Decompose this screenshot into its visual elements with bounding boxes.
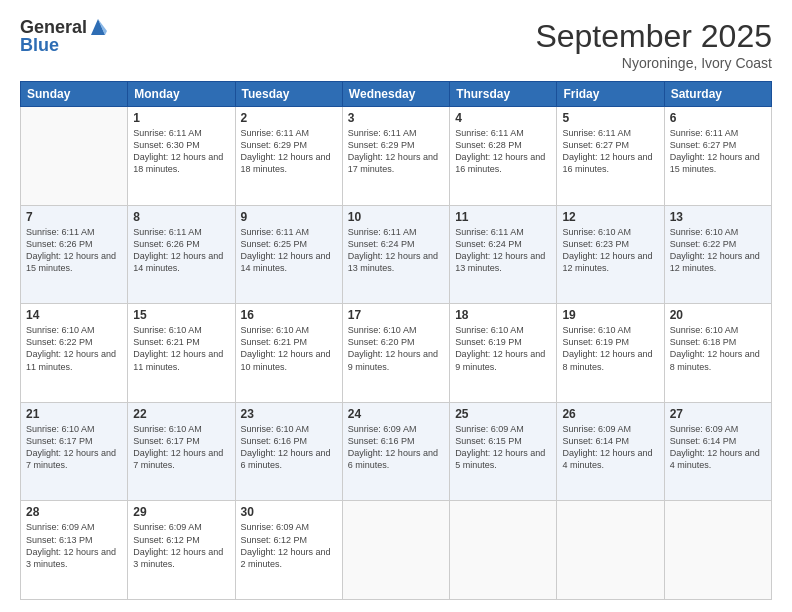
day-number: 28	[26, 505, 122, 519]
calendar-cell: 7Sunrise: 6:11 AMSunset: 6:26 PMDaylight…	[21, 205, 128, 304]
day-info: Sunrise: 6:10 AMSunset: 6:21 PMDaylight:…	[133, 324, 229, 373]
calendar-cell: 20Sunrise: 6:10 AMSunset: 6:18 PMDayligh…	[664, 304, 771, 403]
calendar-cell: 11Sunrise: 6:11 AMSunset: 6:24 PMDayligh…	[450, 205, 557, 304]
calendar-cell: 15Sunrise: 6:10 AMSunset: 6:21 PMDayligh…	[128, 304, 235, 403]
day-info: Sunrise: 6:11 AMSunset: 6:28 PMDaylight:…	[455, 127, 551, 176]
calendar-cell: 4Sunrise: 6:11 AMSunset: 6:28 PMDaylight…	[450, 107, 557, 206]
header: General Blue September 2025 Nyoroninge, …	[20, 18, 772, 71]
calendar-cell: 3Sunrise: 6:11 AMSunset: 6:29 PMDaylight…	[342, 107, 449, 206]
day-number: 5	[562, 111, 658, 125]
calendar-cell: 30Sunrise: 6:09 AMSunset: 6:12 PMDayligh…	[235, 501, 342, 600]
day-info: Sunrise: 6:09 AMSunset: 6:16 PMDaylight:…	[348, 423, 444, 472]
calendar-week-1: 1Sunrise: 6:11 AMSunset: 6:30 PMDaylight…	[21, 107, 772, 206]
calendar-week-5: 28Sunrise: 6:09 AMSunset: 6:13 PMDayligh…	[21, 501, 772, 600]
day-info: Sunrise: 6:09 AMSunset: 6:14 PMDaylight:…	[562, 423, 658, 472]
calendar-week-4: 21Sunrise: 6:10 AMSunset: 6:17 PMDayligh…	[21, 402, 772, 501]
day-info: Sunrise: 6:10 AMSunset: 6:22 PMDaylight:…	[26, 324, 122, 373]
calendar-cell: 28Sunrise: 6:09 AMSunset: 6:13 PMDayligh…	[21, 501, 128, 600]
day-info: Sunrise: 6:10 AMSunset: 6:18 PMDaylight:…	[670, 324, 766, 373]
day-info: Sunrise: 6:09 AMSunset: 6:15 PMDaylight:…	[455, 423, 551, 472]
calendar-cell	[557, 501, 664, 600]
day-info: Sunrise: 6:09 AMSunset: 6:12 PMDaylight:…	[241, 521, 337, 570]
calendar-cell: 8Sunrise: 6:11 AMSunset: 6:26 PMDaylight…	[128, 205, 235, 304]
calendar-cell: 9Sunrise: 6:11 AMSunset: 6:25 PMDaylight…	[235, 205, 342, 304]
weekday-header-friday: Friday	[557, 82, 664, 107]
day-info: Sunrise: 6:11 AMSunset: 6:25 PMDaylight:…	[241, 226, 337, 275]
day-number: 17	[348, 308, 444, 322]
weekday-header-sunday: Sunday	[21, 82, 128, 107]
calendar-cell: 6Sunrise: 6:11 AMSunset: 6:27 PMDaylight…	[664, 107, 771, 206]
day-number: 20	[670, 308, 766, 322]
calendar-cell: 18Sunrise: 6:10 AMSunset: 6:19 PMDayligh…	[450, 304, 557, 403]
calendar-cell: 1Sunrise: 6:11 AMSunset: 6:30 PMDaylight…	[128, 107, 235, 206]
calendar-cell: 5Sunrise: 6:11 AMSunset: 6:27 PMDaylight…	[557, 107, 664, 206]
logo: General Blue	[20, 18, 107, 56]
month-title: September 2025	[535, 18, 772, 55]
day-number: 19	[562, 308, 658, 322]
day-number: 24	[348, 407, 444, 421]
day-info: Sunrise: 6:11 AMSunset: 6:26 PMDaylight:…	[133, 226, 229, 275]
day-info: Sunrise: 6:10 AMSunset: 6:20 PMDaylight:…	[348, 324, 444, 373]
calendar-cell: 22Sunrise: 6:10 AMSunset: 6:17 PMDayligh…	[128, 402, 235, 501]
day-info: Sunrise: 6:11 AMSunset: 6:30 PMDaylight:…	[133, 127, 229, 176]
calendar-cell: 26Sunrise: 6:09 AMSunset: 6:14 PMDayligh…	[557, 402, 664, 501]
calendar-cell: 24Sunrise: 6:09 AMSunset: 6:16 PMDayligh…	[342, 402, 449, 501]
day-number: 22	[133, 407, 229, 421]
day-number: 11	[455, 210, 551, 224]
day-number: 9	[241, 210, 337, 224]
calendar-cell: 12Sunrise: 6:10 AMSunset: 6:23 PMDayligh…	[557, 205, 664, 304]
day-number: 10	[348, 210, 444, 224]
calendar-cell	[664, 501, 771, 600]
logo-icon	[89, 17, 107, 37]
day-info: Sunrise: 6:10 AMSunset: 6:19 PMDaylight:…	[562, 324, 658, 373]
calendar: SundayMondayTuesdayWednesdayThursdayFrid…	[20, 81, 772, 600]
day-number: 21	[26, 407, 122, 421]
day-info: Sunrise: 6:10 AMSunset: 6:16 PMDaylight:…	[241, 423, 337, 472]
day-number: 27	[670, 407, 766, 421]
day-info: Sunrise: 6:11 AMSunset: 6:24 PMDaylight:…	[455, 226, 551, 275]
day-info: Sunrise: 6:10 AMSunset: 6:19 PMDaylight:…	[455, 324, 551, 373]
day-info: Sunrise: 6:10 AMSunset: 6:22 PMDaylight:…	[670, 226, 766, 275]
day-number: 6	[670, 111, 766, 125]
title-block: September 2025 Nyoroninge, Ivory Coast	[535, 18, 772, 71]
calendar-cell: 17Sunrise: 6:10 AMSunset: 6:20 PMDayligh…	[342, 304, 449, 403]
calendar-cell: 2Sunrise: 6:11 AMSunset: 6:29 PMDaylight…	[235, 107, 342, 206]
calendar-cell	[450, 501, 557, 600]
day-number: 3	[348, 111, 444, 125]
calendar-header-row: SundayMondayTuesdayWednesdayThursdayFrid…	[21, 82, 772, 107]
day-info: Sunrise: 6:10 AMSunset: 6:21 PMDaylight:…	[241, 324, 337, 373]
day-number: 1	[133, 111, 229, 125]
day-number: 8	[133, 210, 229, 224]
day-number: 16	[241, 308, 337, 322]
day-info: Sunrise: 6:10 AMSunset: 6:23 PMDaylight:…	[562, 226, 658, 275]
day-info: Sunrise: 6:09 AMSunset: 6:12 PMDaylight:…	[133, 521, 229, 570]
page: General Blue September 2025 Nyoroninge, …	[0, 0, 792, 612]
calendar-cell: 14Sunrise: 6:10 AMSunset: 6:22 PMDayligh…	[21, 304, 128, 403]
calendar-cell: 27Sunrise: 6:09 AMSunset: 6:14 PMDayligh…	[664, 402, 771, 501]
calendar-cell: 25Sunrise: 6:09 AMSunset: 6:15 PMDayligh…	[450, 402, 557, 501]
day-number: 23	[241, 407, 337, 421]
day-info: Sunrise: 6:11 AMSunset: 6:27 PMDaylight:…	[670, 127, 766, 176]
location: Nyoroninge, Ivory Coast	[535, 55, 772, 71]
day-number: 25	[455, 407, 551, 421]
day-info: Sunrise: 6:10 AMSunset: 6:17 PMDaylight:…	[26, 423, 122, 472]
weekday-header-saturday: Saturday	[664, 82, 771, 107]
weekday-header-thursday: Thursday	[450, 82, 557, 107]
day-info: Sunrise: 6:11 AMSunset: 6:24 PMDaylight:…	[348, 226, 444, 275]
day-number: 26	[562, 407, 658, 421]
weekday-header-tuesday: Tuesday	[235, 82, 342, 107]
day-info: Sunrise: 6:11 AMSunset: 6:27 PMDaylight:…	[562, 127, 658, 176]
day-info: Sunrise: 6:09 AMSunset: 6:14 PMDaylight:…	[670, 423, 766, 472]
calendar-cell: 21Sunrise: 6:10 AMSunset: 6:17 PMDayligh…	[21, 402, 128, 501]
weekday-header-monday: Monday	[128, 82, 235, 107]
logo-text: General Blue	[20, 18, 107, 56]
day-info: Sunrise: 6:11 AMSunset: 6:26 PMDaylight:…	[26, 226, 122, 275]
day-number: 30	[241, 505, 337, 519]
day-number: 4	[455, 111, 551, 125]
day-number: 18	[455, 308, 551, 322]
calendar-cell: 19Sunrise: 6:10 AMSunset: 6:19 PMDayligh…	[557, 304, 664, 403]
day-info: Sunrise: 6:11 AMSunset: 6:29 PMDaylight:…	[348, 127, 444, 176]
calendar-week-3: 14Sunrise: 6:10 AMSunset: 6:22 PMDayligh…	[21, 304, 772, 403]
calendar-week-2: 7Sunrise: 6:11 AMSunset: 6:26 PMDaylight…	[21, 205, 772, 304]
calendar-cell: 29Sunrise: 6:09 AMSunset: 6:12 PMDayligh…	[128, 501, 235, 600]
